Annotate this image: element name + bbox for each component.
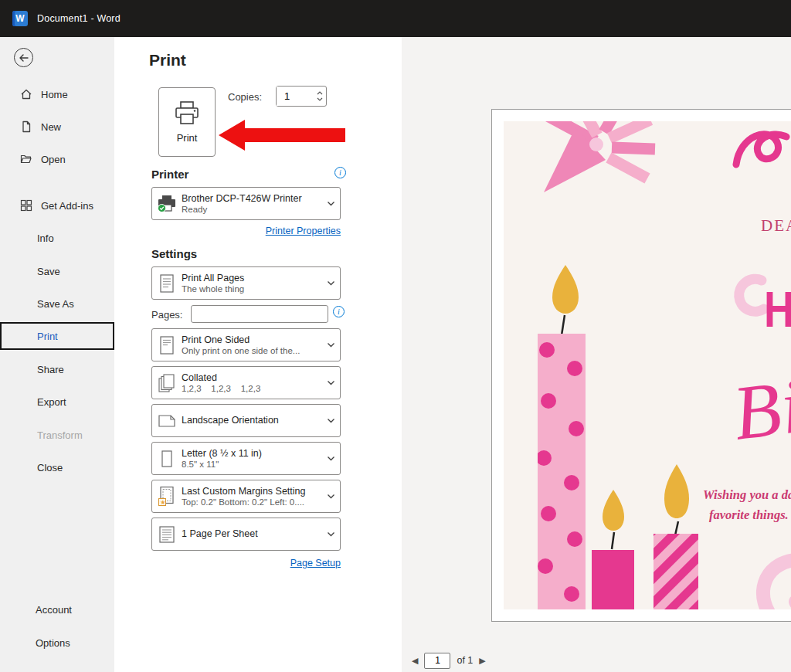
party-horn-graphic [544, 121, 655, 192]
sidebar-item-close[interactable]: Close [0, 453, 114, 481]
printer-icon [173, 100, 201, 125]
sidebar-item-share[interactable]: Share [0, 355, 114, 383]
preview-page: DEA HA Bir [491, 109, 791, 622]
sidebar-item-new[interactable]: New [0, 113, 114, 141]
print-all-pages-icon [158, 273, 175, 294]
card-dear-text: DEA [761, 216, 791, 235]
striped-candle-graphic [654, 464, 698, 609]
chevron-down-icon [327, 380, 335, 385]
page-number-input[interactable] [424, 653, 450, 669]
open-folder-icon [20, 153, 32, 165]
pages-label: Pages: [151, 309, 182, 321]
copies-stepper[interactable] [276, 86, 327, 107]
card-wish-line1: Wishing you a day fille [703, 487, 791, 502]
settings-section-heading: Settings [151, 247, 197, 260]
page-title: Print [149, 51, 186, 70]
annotation-arrow [217, 117, 347, 153]
word-app-icon: W [12, 11, 28, 26]
sidebar-item-label: New [41, 121, 61, 133]
copies-label: Copies: [228, 91, 262, 103]
sidebar-item-get-addins[interactable]: Get Add-ins [0, 192, 114, 219]
page-navigator: ◀ of 1 ▶ [402, 651, 486, 670]
new-document-icon [20, 120, 32, 133]
duplex-select[interactable]: Print One Sided Only print on one side o… [151, 328, 341, 361]
sidebar-item-options[interactable]: Options [0, 629, 114, 657]
card-happy-text: HA [764, 282, 791, 338]
sidebar-item-transform: Transform [0, 421, 114, 449]
sidebar-item-label: Home [41, 89, 68, 100]
titlebar: W Document1 - Word [0, 0, 791, 37]
print-range-select[interactable]: Print All Pages The whole thing [151, 266, 341, 300]
chevron-down-icon [327, 418, 335, 423]
sidebar-item-account[interactable]: Account [0, 596, 114, 623]
ribbon-curl-graphic [736, 134, 786, 165]
polka-candle-graphic [536, 265, 586, 609]
spin-up-icon [317, 91, 323, 95]
solid-candle-graphic [592, 490, 634, 609]
print-one-sided-icon [158, 335, 175, 355]
sidebar-item-save[interactable]: Save [0, 257, 114, 285]
printer-properties-link[interactable]: Printer Properties [151, 226, 341, 236]
confetti-arc-graphic [739, 279, 764, 311]
card-script-text: Bir [728, 359, 791, 456]
printer-select[interactable]: Brother DCP-T426W Printer Ready [151, 187, 341, 220]
next-page-button[interactable]: ▶ [479, 656, 485, 666]
sidebar-item-export[interactable]: Export [0, 388, 114, 416]
pages-per-sheet-icon [158, 525, 176, 544]
letter-size-icon [158, 449, 175, 469]
swirl-graphic [763, 560, 791, 609]
card-wish-line2: favorite things. Enjo [709, 507, 791, 522]
paper-size-select[interactable]: Letter (8 ½ x 11 in) 8.5" x 11" [151, 442, 341, 475]
print-button-label: Print [177, 132, 198, 144]
collated-icon [158, 373, 176, 393]
home-icon [20, 88, 32, 100]
addins-grid-icon [20, 199, 32, 212]
sidebar-item-print[interactable]: Print [0, 322, 114, 350]
sidebar-item-label: Open [41, 154, 66, 165]
printer-device-icon [157, 195, 177, 213]
sidebar-item-save-as[interactable]: Save As [0, 290, 114, 317]
svg-text:★: ★ [160, 499, 165, 506]
chevron-down-icon [327, 456, 335, 461]
chevron-down-icon [327, 531, 335, 537]
sidebar-item-info[interactable]: Info [0, 224, 114, 252]
printer-name: Brother DCP-T426W Printer [182, 193, 321, 204]
sidebar-item-home[interactable]: Home [0, 80, 114, 108]
print-preview: DEA HA Bir [402, 37, 791, 672]
spin-down-icon [317, 97, 323, 101]
page-setup-link[interactable]: Page Setup [151, 558, 341, 568]
pages-per-sheet-select[interactable]: 1 Page Per Sheet [151, 518, 341, 551]
pages-input[interactable] [191, 305, 328, 323]
margins-select[interactable]: ★ Last Custom Margins Setting Top: 0.2" … [151, 480, 341, 513]
chevron-down-icon [327, 342, 335, 348]
chevron-down-icon [327, 494, 335, 499]
orientation-select[interactable]: Landscape Orientation [151, 404, 341, 437]
print-button[interactable]: Print [158, 87, 216, 157]
landscape-orientation-icon [158, 412, 176, 429]
printer-section-heading: Printer [151, 168, 188, 181]
birthday-card-art: DEA HA Bir [504, 121, 791, 609]
back-arrow-icon [19, 53, 29, 63]
chevron-down-icon [327, 201, 335, 206]
word-backstage-window: W Document1 - Word Home New Open [0, 0, 791, 672]
birthday-card: DEA HA Bir [504, 121, 791, 609]
pages-info-icon[interactable]: i [333, 306, 345, 317]
sidebar-item-label: Get Add-ins [41, 200, 93, 212]
custom-margins-icon: ★ [158, 486, 176, 507]
printer-info-icon[interactable]: i [334, 167, 346, 178]
window-title: Document1 - Word [37, 13, 121, 24]
backstage-sidebar: Home New Open Get Add-ins Info Save [0, 37, 114, 672]
previous-page-button[interactable]: ◀ [412, 656, 418, 666]
copies-spin-buttons[interactable] [313, 87, 326, 106]
page-count-label: of 1 [457, 655, 473, 666]
back-button[interactable] [14, 48, 33, 67]
printer-status: Ready [182, 205, 321, 214]
copies-input[interactable] [277, 87, 313, 106]
sidebar-item-open[interactable]: Open [0, 145, 114, 173]
chevron-down-icon [327, 280, 335, 286]
print-panel: Print Print Copies: Printer i [114, 37, 402, 672]
collation-select[interactable]: Collated 1,2,3 1,2,3 1,2,3 [151, 366, 341, 399]
